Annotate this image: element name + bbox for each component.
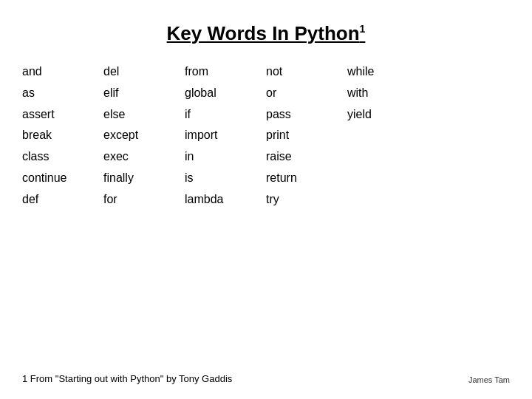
keyword-item: lambda bbox=[185, 191, 266, 209]
footer: 1 From "Starting out with Python" by Ton… bbox=[22, 366, 510, 384]
keyword-item: from bbox=[185, 63, 266, 81]
keyword-item: import bbox=[185, 126, 266, 145]
keyword-item: else bbox=[103, 106, 185, 124]
keyword-item: while bbox=[347, 63, 406, 81]
keyword-item: for bbox=[103, 191, 185, 209]
keyword-item: break bbox=[22, 126, 103, 145]
footer-note: 1 From "Starting out with Python" by Ton… bbox=[22, 373, 232, 384]
keyword-item: class bbox=[22, 148, 103, 166]
footer-attribution: James Tam bbox=[468, 375, 510, 384]
title-superscript: 1 bbox=[360, 23, 366, 35]
keyword-item: with bbox=[347, 84, 406, 103]
keyword-item: and bbox=[22, 63, 103, 81]
page: Key Words In Python1 andasassertbreakcla… bbox=[0, 0, 532, 399]
keyword-item: del bbox=[103, 63, 185, 81]
column-1: andasassertbreakclasscontinuedef bbox=[22, 63, 103, 366]
keyword-item: pass bbox=[266, 106, 347, 124]
title-text: Key Words In Python bbox=[167, 22, 360, 44]
keyword-item: if bbox=[185, 106, 266, 124]
column-2: delelifelseexceptexecfinallyfor bbox=[103, 63, 185, 366]
keyword-item: print bbox=[266, 126, 347, 145]
keyword-item: not bbox=[266, 63, 347, 81]
keyword-item: assert bbox=[22, 106, 103, 124]
keyword-item: in bbox=[185, 148, 266, 166]
page-title: Key Words In Python1 bbox=[22, 22, 510, 45]
keyword-item: def bbox=[22, 191, 103, 209]
keyword-item: raise bbox=[266, 148, 347, 166]
keyword-item: continue bbox=[22, 169, 103, 188]
column-5: whilewithyield bbox=[347, 63, 406, 366]
keyword-item: finally bbox=[103, 169, 185, 188]
column-3: fromglobalifimportinislambda bbox=[185, 63, 266, 366]
keyword-item: return bbox=[266, 169, 347, 188]
keyword-item: exec bbox=[103, 148, 185, 166]
column-4: notorpassprintraisereturntry bbox=[266, 63, 347, 366]
keyword-item: elif bbox=[103, 84, 185, 103]
keyword-item: is bbox=[185, 169, 266, 188]
keywords-table: andasassertbreakclasscontinuedef delelif… bbox=[22, 63, 510, 366]
keyword-item: global bbox=[185, 84, 266, 103]
keyword-item: or bbox=[266, 84, 347, 103]
keyword-item: yield bbox=[347, 106, 406, 124]
keyword-item: except bbox=[103, 126, 185, 145]
keyword-item: as bbox=[22, 84, 103, 103]
keyword-item: try bbox=[266, 191, 347, 209]
